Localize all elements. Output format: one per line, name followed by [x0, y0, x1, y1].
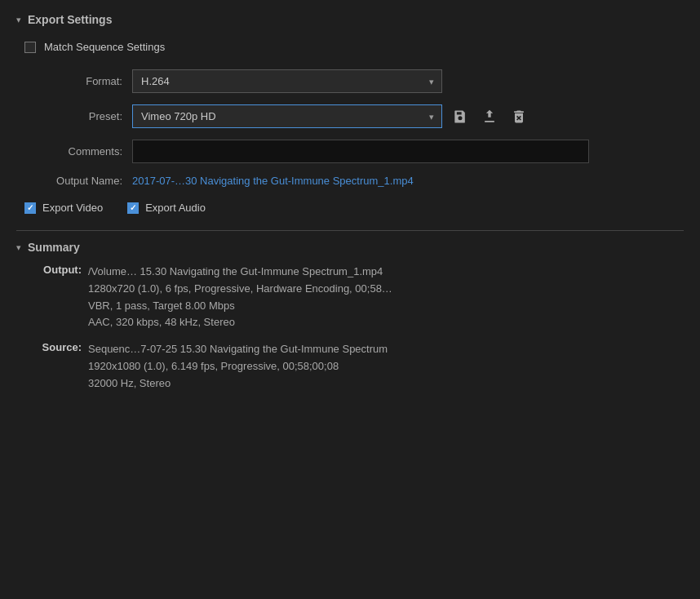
- summary-output-label: Output:: [24, 264, 82, 331]
- preset-dropdown[interactable]: Vimeo 720p HD Vimeo 1080p HD YouTube 720…: [132, 104, 442, 128]
- preset-actions: [449, 105, 530, 128]
- output-line-4: AAC, 320 kbps, 48 kHz, Stereo: [88, 314, 392, 331]
- export-audio-checkbox[interactable]: [127, 202, 139, 214]
- collapse-icon[interactable]: ▾: [16, 15, 21, 25]
- preset-dropdown-wrapper: Vimeo 720p HD Vimeo 1080p HD YouTube 720…: [132, 104, 442, 128]
- source-line-3: 32000 Hz, Stereo: [88, 375, 388, 393]
- source-line-1: Sequenc…7-07-25 15.30 Navigating the Gut…: [88, 341, 388, 358]
- panel-title: Export Settings: [28, 13, 112, 26]
- format-dropdown-wrapper: H.264 H.265 QuickTime MPEG4 ▾: [132, 69, 442, 93]
- summary-title: Summary: [28, 241, 80, 254]
- export-checkboxes: Export Video Export Audio: [24, 202, 684, 214]
- format-dropdown[interactable]: H.264 H.265 QuickTime MPEG4: [132, 69, 442, 93]
- import-preset-button[interactable]: [478, 105, 501, 128]
- summary-content: Output: /Volume… 15.30 Navigating the Gu…: [16, 264, 684, 393]
- export-video-item[interactable]: Export Video: [24, 202, 103, 214]
- match-sequence-row: Match Sequence Settings: [24, 41, 684, 53]
- match-sequence-label: Match Sequence Settings: [44, 41, 165, 53]
- summary-source-label: Source:: [24, 341, 82, 392]
- export-video-label: Export Video: [42, 202, 103, 214]
- source-line-2: 1920x1080 (1.0), 6.149 fps, Progressive,…: [88, 358, 388, 375]
- output-name-label: Output Name:: [16, 175, 122, 187]
- save-preset-button[interactable]: [449, 105, 472, 128]
- export-audio-item[interactable]: Export Audio: [127, 202, 206, 214]
- summary-output-val: /Volume… 15.30 Navigating the Gut-Immune…: [88, 264, 392, 331]
- import-preset-icon: [481, 109, 498, 125]
- summary-section: ▾ Summary Output: /Volume… 15.30 Navigat…: [16, 230, 684, 393]
- save-preset-icon: [452, 109, 468, 125]
- output-name-link[interactable]: 2017-07-…30 Navigating the Gut-Immune Sp…: [132, 175, 414, 187]
- format-label: Format:: [16, 75, 122, 87]
- export-video-checkbox[interactable]: [24, 202, 36, 214]
- delete-preset-icon: [511, 109, 527, 125]
- comments-input[interactable]: [132, 140, 589, 163]
- summary-output-row: Output: /Volume… 15.30 Navigating the Gu…: [24, 264, 684, 331]
- output-line-1: /Volume… 15.30 Navigating the Gut-Immune…: [88, 264, 392, 281]
- output-line-2: 1280x720 (1.0), 6 fps, Progressive, Hard…: [88, 281, 392, 298]
- summary-header: ▾ Summary: [16, 230, 684, 254]
- summary-collapse-icon[interactable]: ▾: [16, 242, 21, 253]
- match-sequence-checkbox[interactable]: [24, 42, 36, 53]
- section-header: ▾ Export Settings: [16, 13, 684, 26]
- export-audio-label: Export Audio: [145, 202, 206, 214]
- summary-source-val: Sequenc…7-07-25 15.30 Navigating the Gut…: [88, 341, 388, 392]
- preset-row: Preset: Vimeo 720p HD Vimeo 1080p HD You…: [16, 104, 684, 128]
- comments-label: Comments:: [16, 145, 122, 158]
- summary-source-row: Source: Sequenc…7-07-25 15.30 Navigating…: [24, 341, 684, 392]
- delete-preset-button[interactable]: [507, 105, 530, 128]
- output-name-row: Output Name: 2017-07-…30 Navigating the …: [16, 175, 684, 187]
- export-settings-panel: ▾ Export Settings Match Sequence Setting…: [0, 0, 700, 415]
- comments-row: Comments:: [16, 140, 684, 163]
- preset-label: Preset:: [16, 110, 122, 122]
- output-line-3: VBR, 1 pass, Target 8.00 Mbps: [88, 298, 392, 315]
- format-row: Format: H.264 H.265 QuickTime MPEG4 ▾: [16, 69, 684, 93]
